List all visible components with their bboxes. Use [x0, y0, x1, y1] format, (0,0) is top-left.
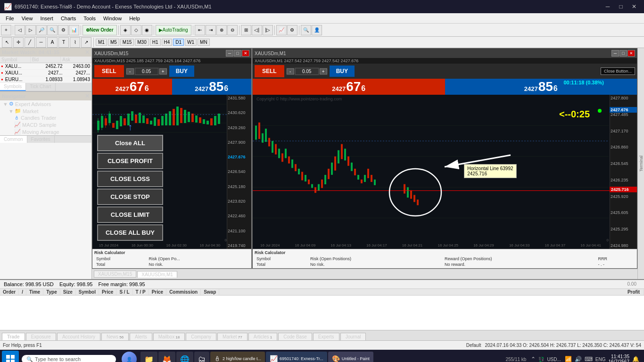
m1-buy-button[interactable]: BUY: [332, 66, 352, 76]
term-tab-alerts[interactable]: Alerts: [130, 333, 152, 340]
mw-row-xauu[interactable]: ● XAUU... 2427... 2427...: [0, 70, 91, 76]
m15-lot-increase[interactable]: +: [159, 68, 167, 74]
m1-lot-input[interactable]: [295, 68, 319, 75]
term-tab-market[interactable]: Market 77: [217, 333, 248, 340]
term-tab-news[interactable]: News 56: [101, 333, 129, 340]
chart-tab-m1[interactable]: XAUUSDm,M1: [137, 271, 177, 278]
toolbar-chart-next[interactable]: |▷: [263, 25, 273, 35]
term-tab-exposure[interactable]: Exposure: [26, 333, 56, 340]
m1-close[interactable]: ✕: [627, 50, 635, 57]
taskbar-firefox[interactable]: 🦊: [158, 352, 175, 362]
m1-restore[interactable]: □: [619, 50, 627, 57]
toolbar-forward[interactable]: ▷: [25, 25, 36, 35]
navigator-close[interactable]: ✕: [85, 93, 90, 99]
start-button[interactable]: [2, 351, 19, 362]
close-profit-button[interactable]: CLOSE PROFIT: [97, 153, 163, 169]
nav-expert-advisors[interactable]: ▼ ⚙ Expert Advisors: [0, 100, 91, 107]
tf-m15[interactable]: M15: [120, 39, 134, 46]
toolbar-indicators[interactable]: 📊: [69, 25, 79, 35]
term-tab-mailbox[interactable]: Mailbox 18: [153, 333, 185, 340]
side-terminal-toggle[interactable]: Terminal: [637, 48, 644, 279]
tf-h4[interactable]: H4: [162, 39, 173, 46]
toolbar-zoomout2[interactable]: ⊖: [227, 25, 238, 35]
tb-text-tool2[interactable]: T: [58, 37, 69, 48]
tf-m5[interactable]: M5: [108, 39, 119, 46]
tf-m1[interactable]: M1: [96, 39, 107, 46]
hline-tool[interactable]: ─: [36, 37, 46, 48]
toolbar-back[interactable]: ◁: [15, 25, 25, 35]
cursor-tool[interactable]: ↖: [2, 37, 12, 48]
menu-insert[interactable]: Insert: [36, 15, 57, 22]
m15-minimize[interactable]: ─: [226, 50, 233, 57]
menu-charts[interactable]: Charts: [57, 15, 80, 22]
toolbar-add-indicator[interactable]: 📈: [276, 25, 287, 35]
tf-mn[interactable]: MN: [198, 39, 210, 46]
m15-sell-button[interactable]: SELL: [98, 66, 120, 76]
toolbar-scroll2[interactable]: ⇥: [206, 25, 216, 35]
tf-d1[interactable]: D1: [173, 39, 184, 46]
close-button[interactable]: ✕: [628, 2, 640, 11]
tb-arrow-tool[interactable]: ↗: [81, 37, 91, 48]
chart-tab-m15[interactable]: XAUUSDm,M15: [94, 271, 136, 278]
toolbar-properties[interactable]: ⚙: [58, 25, 68, 35]
m15-buy-button[interactable]: BUY: [172, 66, 191, 76]
term-tab-journal[interactable]: Journal: [340, 333, 366, 340]
line-tool[interactable]: ╱: [25, 37, 35, 48]
taskbar-mt5[interactable]: 📈 69501740: Exness-Tr...: [266, 352, 327, 362]
market-watch-close[interactable]: ✕: [85, 49, 90, 56]
close-all-buy-button[interactable]: CLOSE ALL BUY: [97, 224, 163, 241]
tray-notification[interactable]: 🔔: [632, 356, 639, 362]
m15-close[interactable]: ✕: [242, 50, 249, 57]
m1-lot-decrease[interactable]: -: [287, 68, 294, 74]
toolbar-btn3[interactable]: ◉: [142, 25, 152, 35]
toolbar-zoomin2[interactable]: ⊕: [216, 25, 227, 35]
taskbar-candle-trader[interactable]: 🕯 2 high/low candle t...: [210, 352, 265, 362]
tray-chevron[interactable]: ⌃: [531, 356, 536, 362]
m1-minimize[interactable]: ─: [611, 50, 619, 57]
term-tab-experts[interactable]: Experts: [313, 333, 339, 340]
tf-h1[interactable]: H1: [150, 39, 161, 46]
menu-file[interactable]: File: [2, 15, 18, 22]
nav-macd[interactable]: 📈 MACD Sample: [0, 121, 91, 128]
toolbar-settings[interactable]: ⚙: [287, 25, 297, 35]
mw-row-euru[interactable]: ● EURU... 1.08933 1.08943: [0, 76, 91, 83]
close-stop-button[interactable]: CLOSE STOP: [97, 189, 163, 205]
autotrading-button[interactable]: ▶ AutoTrading: [156, 25, 191, 35]
m1-lot-increase[interactable]: +: [320, 68, 327, 74]
menu-window[interactable]: Window: [99, 15, 125, 22]
m1-sell-button[interactable]: SELL: [258, 66, 281, 76]
term-tab-company[interactable]: Company: [186, 333, 216, 340]
m15-lot-decrease[interactable]: -: [126, 68, 134, 74]
toolbar-zoom-out[interactable]: 🔍: [47, 25, 58, 35]
toolbar-zoom-in[interactable]: 🔎: [36, 25, 47, 35]
menu-help[interactable]: Help: [125, 15, 144, 22]
taskbar-paint[interactable]: 🎨 Untitled - Paint: [328, 352, 373, 362]
taskbar-search[interactable]: 🔍 Type here to search: [22, 355, 116, 362]
menu-tools[interactable]: Tools: [80, 15, 99, 22]
tf-m30[interactable]: M30: [135, 39, 149, 46]
taskbar-avatar[interactable]: 👤: [120, 350, 139, 362]
term-tab-account-history[interactable]: Account History: [57, 333, 100, 340]
menu-view[interactable]: View: [18, 15, 37, 22]
toolbar-btn2[interactable]: ◇: [131, 25, 141, 35]
mw-tab-tick[interactable]: Tick Chart: [26, 83, 55, 91]
m1-close-button-label[interactable]: Close Button...: [601, 67, 635, 75]
term-tab-trade[interactable]: Trade: [2, 333, 25, 340]
m15-maximize[interactable]: □: [234, 50, 241, 57]
taskbar-chrome[interactable]: 🌐: [176, 352, 193, 362]
toolbar-scroll1[interactable]: ⇤: [195, 25, 205, 35]
close-limit-button[interactable]: CLOSE LIMIT: [97, 206, 163, 223]
toolbar-new-chart[interactable]: +: [1, 25, 11, 35]
taskbar-explorer[interactable]: 📁: [140, 352, 157, 362]
nav-tab-common[interactable]: Common: [0, 136, 27, 143]
text-tool[interactable]: A: [47, 37, 58, 48]
mw-tab-symbols[interactable]: Symbols: [0, 83, 26, 91]
nav-candles-trader[interactable]: 🕯 Candles Trader: [0, 115, 91, 121]
m15-lot-input[interactable]: [135, 68, 158, 75]
nav-tab-favorites[interactable]: Favorites: [27, 136, 55, 143]
tf-w1[interactable]: W1: [185, 39, 197, 46]
toolbar-grid[interactable]: ⊞: [241, 25, 251, 35]
toolbar-chart-prev[interactable]: ◁|: [252, 25, 262, 35]
term-tab-articles[interactable]: Articles 1: [248, 333, 277, 340]
new-order-button[interactable]: ⊕ New Order: [83, 25, 117, 35]
